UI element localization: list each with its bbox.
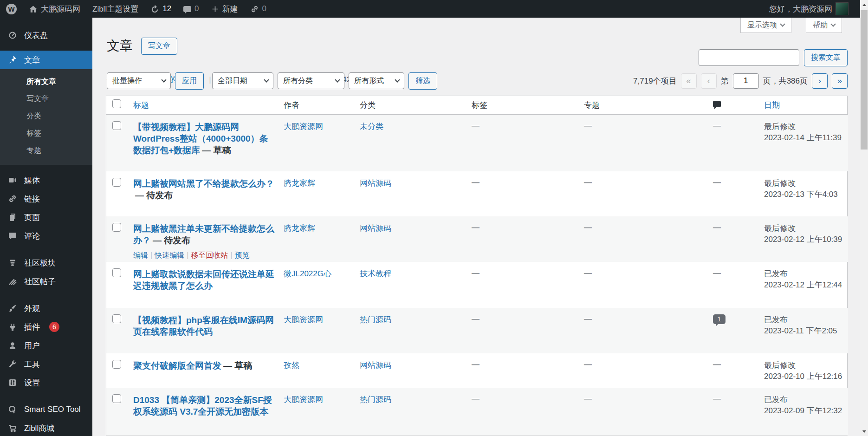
updates-menu[interactable]: 12 [144,0,177,18]
comments-menu[interactable]: 0 [177,0,205,18]
post-author-link[interactable]: 大鹏资源网 [284,122,323,131]
row-checkbox[interactable] [112,360,121,369]
sidebar-item-media[interactable]: 媒体 [0,171,92,189]
sidebar-item-dashboard[interactable]: 仪表盘 [0,26,92,45]
chevron-down-icon [335,77,340,82]
date-value: 2023-02-12 上午10:39 [764,234,843,245]
vertical-scrollbar[interactable] [860,0,868,436]
row-checkbox[interactable] [112,394,121,403]
post-category-link[interactable]: 未分类 [360,122,383,131]
bulk-actions-select[interactable]: 批量操作 [107,72,171,89]
preview-action[interactable]: 预览 [234,251,249,259]
edit-action[interactable]: 编辑 [133,251,148,259]
sidebar-label: 工具 [24,359,40,370]
wordpress-menu[interactable] [0,0,23,18]
row-checkbox[interactable] [112,268,121,277]
main-content: 显示选项 帮助 文章 写文章 搜索文章 全部(7,719) | 我的(6,532… [92,18,860,436]
comment-count-bubble[interactable]: 1 [713,314,725,324]
scroll-down-button[interactable] [860,427,868,436]
sidebar-item-settings[interactable]: 设置 [0,373,92,392]
quick-edit-action[interactable]: 快速编辑 [155,251,184,259]
post-category-link[interactable]: 热门源码 [360,395,391,404]
sidebar-item-users[interactable]: 用户 [0,336,92,355]
post-title-link[interactable]: 网上赌被网站黑了不给提款怎么办？ [133,179,274,189]
submenu-topics[interactable]: 专题 [0,142,92,159]
scroll-up-button[interactable] [860,0,868,9]
table-row: 【带视频教程】大鹏源码网WordPress整站（4000+3000）条数据打包+… [106,114,848,171]
sidebar-item-zibll-shop[interactable]: Zibll商城 [0,419,92,436]
post-author-link[interactable]: 腾龙家辉 [284,179,315,188]
zibll-theme-settings-menu[interactable]: Zibll主题设置 [86,0,144,18]
date-filter-select[interactable]: 全部日期 [212,72,273,89]
help-button[interactable]: 帮助 [806,18,842,33]
trash-action[interactable]: 移至回收站 [191,251,228,259]
table-row: 【视频教程】php客服在线IM源码网页在线客服软件代码 大鹏资源网 热门源码 —… [106,308,848,353]
sidebar-item-comments[interactable]: 评论 [0,227,92,245]
select-all-checkbox[interactable] [112,99,121,108]
submenu-add-post[interactable]: 写文章 [0,91,92,108]
submenu-all-posts[interactable]: 所有文章 [0,73,92,91]
site-name: 大鹏源码网 [41,4,80,14]
links-menu[interactable]: 0 [244,0,272,18]
post-title-link[interactable]: 网上赌取款说数据未回传还说注单延迟违规被黑了怎么办 [133,269,274,291]
scrollbar-thumb[interactable] [861,10,868,150]
post-author-link[interactable]: 大鹏资源网 [284,395,323,404]
sidebar-item-links[interactable]: 链接 [0,189,92,208]
posts-submenu: 所有文章 写文章 分类 标签 专题 [0,69,92,165]
search-posts-button[interactable]: 搜索文章 [804,49,848,66]
submenu-tags[interactable]: 标签 [0,125,92,142]
row-checkbox[interactable] [112,178,121,187]
post-category-link[interactable]: 技术教程 [360,269,391,278]
table-row: 聚支付破解版全网首发— 草稿 孜然 网站源码 — — — 最后修改2023-02… [106,353,848,388]
post-status-suffix: — 待发布 [153,235,190,245]
sidebar-item-community-posts[interactable]: 社区帖子 [0,272,92,291]
new-content-menu[interactable]: 新建 [205,0,244,18]
admin-sidebar: 仪表盘 文章 所有文章 写文章 分类 标签 专题 媒体 链接 页面 [0,18,92,436]
sidebar-item-tools[interactable]: 工具 [0,355,92,373]
next-page-button[interactable]: › [812,73,828,89]
last-page-button[interactable]: » [832,73,848,89]
layers-icon [7,258,18,267]
post-category-link[interactable]: 网站源码 [360,224,391,233]
sidebar-item-smart-seo-tool[interactable]: Smart SEO Tool [0,400,92,419]
post-title-link[interactable]: 【视频教程】php客服在线IM源码网页在线客服软件代码 [133,315,274,337]
row-checkbox[interactable] [112,314,121,323]
post-author-link[interactable]: 大鹏资源网 [284,315,323,324]
post-category-link[interactable]: 热门源码 [360,315,391,324]
sort-title-header[interactable]: 标题 [133,101,149,110]
apply-button[interactable]: 应用 [175,72,204,90]
sidebar-item-community-boards[interactable]: 社区板块 [0,254,92,272]
prev-page-button: ‹ [701,73,717,89]
search-input[interactable] [699,49,799,66]
post-title-link[interactable]: 聚支付破解版全网首发 [133,361,221,371]
topic-value: — [584,268,592,277]
sidebar-item-appearance[interactable]: 外观 [0,299,92,318]
post-title-link[interactable]: 【带视频教程】大鹏源码网WordPress整站（4000+3000）条数据打包+… [133,122,268,155]
visit-site-link[interactable]: 大鹏源码网 [23,0,86,18]
sidebar-item-plugins[interactable]: 插件 6 [0,318,92,336]
post-author-link[interactable]: 微JL2022G心 [284,269,331,278]
format-filter-select[interactable]: 所有形式 [349,72,404,89]
post-author-link[interactable]: 孜然 [284,361,299,370]
topic-value: — [584,360,592,369]
post-category-link[interactable]: 网站源码 [360,361,391,370]
tags-value: — [472,268,479,277]
sidebar-item-pages[interactable]: 页面 [0,208,92,227]
sidebar-item-posts[interactable]: 文章 [0,51,92,69]
page-title: 文章 [107,37,133,55]
filter-button[interactable]: 筛选 [408,72,437,90]
screen-options-button[interactable]: 显示选项 [740,18,791,33]
post-author-link[interactable]: 腾龙家辉 [284,224,315,233]
post-category-link[interactable]: 网站源码 [360,179,391,188]
row-checkbox[interactable] [112,121,121,130]
post-title-link[interactable]: D1033 【简单亲测】2023全新SF授权系统源码 V3.7全开源无加密版本 [133,395,272,416]
submenu-categories[interactable]: 分类 [0,108,92,125]
current-page-input[interactable] [733,73,759,89]
add-new-post-button[interactable]: 写文章 [141,38,177,55]
row-checkbox[interactable] [112,223,121,232]
chevron-down-icon [395,77,400,82]
sort-date-header[interactable]: 日期 [764,101,780,110]
category-filter-select[interactable]: 所有分类 [278,72,344,89]
account-menu[interactable]: 您好，大鹏资源网 [763,2,855,15]
page-suffix: 页，共386页 [763,76,808,86]
